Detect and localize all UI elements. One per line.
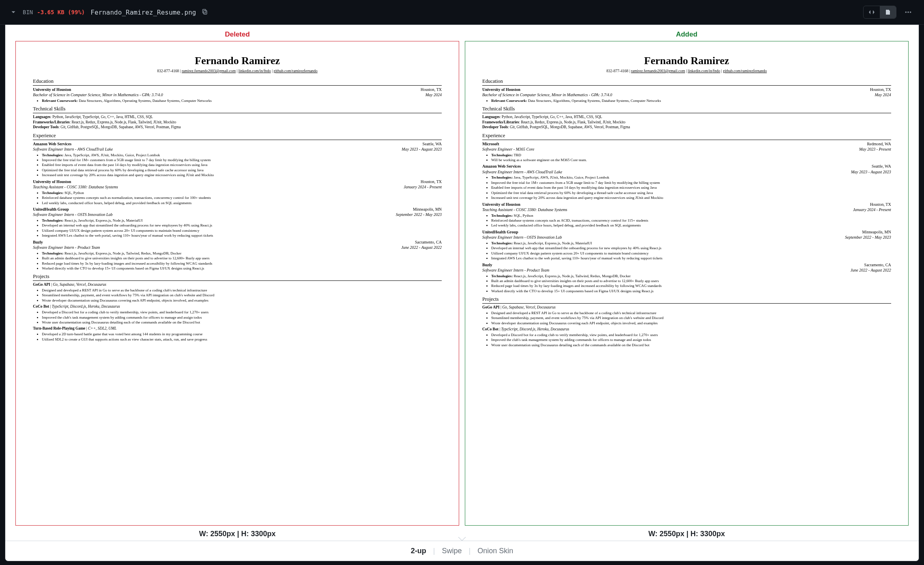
render-mode-toggle [863,6,896,19]
mode-swipe[interactable]: Swipe [437,547,466,555]
added-image-frame[interactable]: Fernando Ramirez832-877-4168 | ramirez.f… [465,41,909,526]
diff-header: BIN -3.65 KB (99%) Fernando_Ramirez_Resu… [0,0,924,25]
compare-row: Deleted Fernando Ramirez832-877-4168 | r… [5,25,919,541]
added-side: Added Fernando Ramirez832-877-4168 | ram… [465,30,909,538]
more-actions-icon[interactable] [902,6,914,18]
compare-mode-bar: 2-up | Swipe | Onion Skin [5,541,919,561]
svg-point-4 [910,11,911,13]
source-view-button[interactable] [864,6,880,18]
svg-point-2 [905,11,907,13]
header-actions [863,6,914,19]
deleted-image-frame[interactable]: Fernando Ramirez832-877-4168 | ramirez.f… [15,41,459,526]
mode-two-up[interactable]: 2-up [406,547,431,555]
collapse-toggle-icon[interactable] [10,9,17,16]
svg-point-3 [907,11,909,13]
deleted-resume: Fernando Ramirez832-877-4168 | ramirez.f… [16,41,459,525]
copy-path-icon[interactable] [202,9,208,16]
deleted-dimensions: W: 2550px | H: 3300px [199,530,276,538]
size-delta: -3.65 KB (99%) [37,9,85,15]
mode-onion-skin[interactable]: Onion Skin [473,547,518,555]
added-dimensions: W: 2550px | H: 3300px [648,530,725,538]
added-resume: Fernando Ramirez832-877-4168 | ramirez.f… [465,41,908,525]
deleted-side: Deleted Fernando Ramirez832-877-4168 | r… [15,30,459,538]
added-label: Added [676,30,697,39]
svg-rect-0 [204,11,207,14]
rendered-view-button[interactable] [880,6,896,18]
diff-body: Deleted Fernando Ramirez832-877-4168 | r… [5,25,919,561]
file-name: Fernando_Ramirez_Resume.png [90,9,196,16]
binary-label: BIN [23,9,33,15]
svg-rect-1 [203,9,206,13]
deleted-label: Deleted [225,30,249,39]
